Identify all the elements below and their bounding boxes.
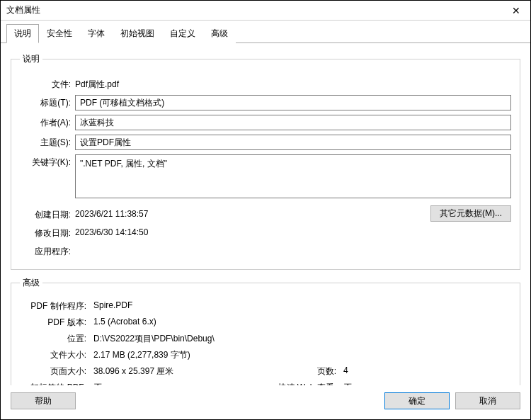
- modified-label: 修改日期:: [20, 225, 75, 239]
- producer-label: PDF 制作程序:: [20, 300, 93, 312]
- subject-label: 主题(S):: [20, 135, 75, 149]
- close-icon: ✕: [512, 5, 520, 16]
- row-pagesize-pagecount: 页面大小: 38.096 x 25.397 厘米 页数: 4: [20, 365, 511, 378]
- modified-value: 2023/6/30 14:14:50: [75, 225, 430, 237]
- tab-fonts[interactable]: 字体: [80, 24, 113, 43]
- version-value: 1.5 (Acrobat 6.x): [93, 317, 511, 329]
- row-keywords: 关键字(K): ".NET PDF, 属性, 文档": [20, 154, 511, 198]
- created-value: 2023/6/21 11:38:57: [75, 207, 430, 219]
- row-producer: PDF 制作程序: Spire.PDF: [20, 300, 511, 312]
- titlebar: 文档属性 ✕: [1, 1, 530, 21]
- ok-button[interactable]: 确定: [384, 392, 450, 409]
- row-created: 创建日期: 2023/6/21 11:38:57: [20, 207, 430, 221]
- row-version: PDF 版本: 1.5 (Acrobat 6.x): [20, 317, 511, 329]
- file-value: Pdf属性.pdf: [75, 76, 511, 91]
- filesize-value: 2.17 MB (2,277,839 字节): [93, 349, 511, 361]
- close-button[interactable]: ✕: [502, 1, 530, 21]
- tab-label: 安全性: [47, 28, 72, 38]
- application-label: 应用程序:: [20, 244, 75, 258]
- keywords-label: 关键字(K):: [20, 154, 75, 169]
- row-filesize: 文件大小: 2.17 MB (2,277,839 字节): [20, 349, 511, 361]
- tab-description[interactable]: 说明: [6, 24, 39, 43]
- location-value: D:\VS2022项目\PDF\bin\Debug\: [93, 333, 511, 345]
- group-description: 说明 文件: Pdf属性.pdf 标题(T): 作者(A): 主题(S): 关键…: [11, 53, 520, 270]
- pagesize-label: 页面大小:: [20, 365, 93, 378]
- title-label: 标题(T):: [20, 95, 75, 109]
- row-subject: 主题(S):: [20, 135, 511, 150]
- help-button[interactable]: 帮助: [11, 392, 76, 409]
- row-title: 标题(T):: [20, 95, 511, 110]
- row-file: 文件: Pdf属性.pdf: [20, 76, 511, 91]
- tab-label: 高级: [211, 28, 228, 38]
- group-advanced-legend: 高级: [20, 277, 42, 289]
- row-modified: 修改日期: 2023/6/30 14:14:50: [20, 225, 430, 239]
- file-label: 文件:: [20, 76, 75, 91]
- tab-label: 说明: [14, 28, 31, 38]
- cancel-button[interactable]: 取消: [455, 392, 520, 409]
- producer-value: Spire.PDF: [93, 300, 511, 312]
- pagesize-value: 38.096 x 25.397 厘米: [93, 365, 266, 378]
- tab-custom[interactable]: 自定义: [162, 24, 203, 43]
- group-advanced: 高级 PDF 制作程序: Spire.PDF PDF 版本: 1.5 (Acro…: [11, 277, 520, 385]
- dialog-footer: 帮助 确定 取消: [1, 385, 530, 419]
- tab-panel-description: 说明 文件: Pdf属性.pdf 标题(T): 作者(A): 主题(S): 关键…: [1, 43, 530, 385]
- additional-metadata-button[interactable]: 其它元数据(M)...: [430, 205, 511, 222]
- tab-label: 初始视图: [120, 28, 154, 38]
- row-application: 应用程序:: [20, 244, 430, 258]
- keywords-input[interactable]: ".NET PDF, 属性, 文档": [75, 154, 511, 198]
- filesize-label: 文件大小:: [20, 349, 93, 361]
- tab-label: 自定义: [170, 28, 195, 38]
- location-label: 位置:: [20, 333, 93, 345]
- tab-advanced[interactable]: 高级: [203, 24, 236, 43]
- author-label: 作者(A):: [20, 115, 75, 129]
- tab-initial-view[interactable]: 初始视图: [113, 24, 162, 43]
- title-input[interactable]: [75, 95, 511, 110]
- author-input[interactable]: [75, 115, 511, 130]
- group-description-legend: 说明: [20, 53, 42, 65]
- tab-security[interactable]: 安全性: [39, 24, 80, 43]
- row-location: 位置: D:\VS2022项目\PDF\bin\Debug\: [20, 333, 511, 345]
- pagecount-value: 4: [343, 365, 348, 378]
- created-label: 创建日期:: [20, 207, 75, 221]
- subject-input[interactable]: [75, 135, 511, 150]
- window-title: 文档属性: [6, 4, 40, 16]
- tab-label: 字体: [88, 28, 105, 38]
- tab-strip: 说明 安全性 字体 初始视图 自定义 高级: [1, 21, 530, 43]
- version-label: PDF 版本:: [20, 317, 93, 329]
- row-author: 作者(A):: [20, 115, 511, 130]
- pagecount-label: 页数:: [266, 365, 343, 378]
- application-value: [75, 244, 430, 246]
